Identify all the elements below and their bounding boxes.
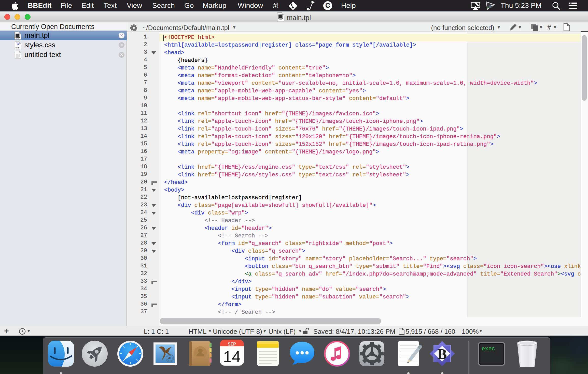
svg-text:14: 14	[223, 348, 241, 365]
svg-text:C: C	[325, 2, 330, 9]
svg-text:HTML: HTML	[279, 19, 283, 21]
svg-text:HTML: HTML	[16, 38, 20, 39]
svg-text:TEXT: TEXT	[15, 46, 21, 49]
svg-text:B: B	[437, 346, 447, 362]
svg-text:W: W	[16, 42, 20, 46]
svg-text:exec: exec	[482, 346, 495, 352]
svg-text:SEP: SEP	[228, 342, 236, 346]
